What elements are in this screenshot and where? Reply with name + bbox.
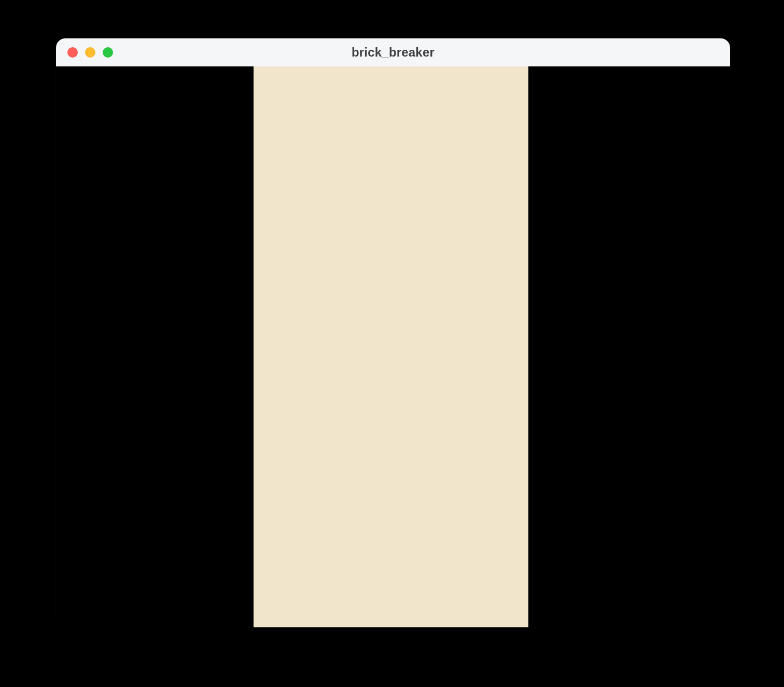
traffic-lights — [67, 47, 113, 58]
app-window: brick_breaker — [56, 38, 730, 627]
window-titlebar[interactable]: brick_breaker — [56, 38, 730, 66]
maximize-icon[interactable] — [103, 47, 113, 58]
close-icon[interactable] — [67, 47, 78, 58]
window-content — [56, 66, 730, 627]
game-canvas[interactable] — [254, 66, 528, 627]
minimize-icon[interactable] — [85, 47, 95, 58]
window-title: brick_breaker — [56, 45, 730, 60]
